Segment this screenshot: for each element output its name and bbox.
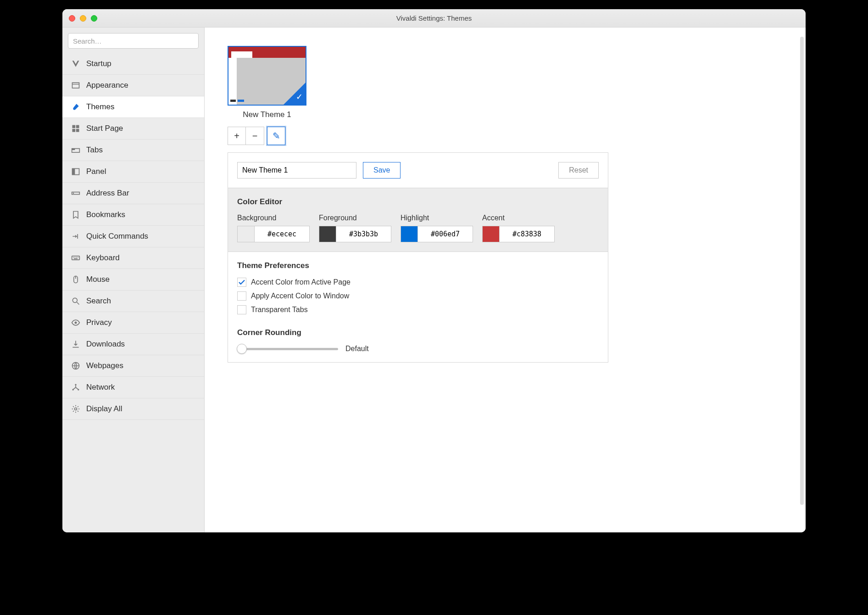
svg-rect-4 [72, 129, 76, 132]
sidebar-item-label: Themes [86, 102, 114, 112]
sidebar-item-startup[interactable]: Startup [62, 53, 204, 75]
tabs-icon [71, 145, 81, 155]
vivaldi-icon [71, 59, 81, 69]
sidebar-item-downloads[interactable]: Downloads [62, 334, 204, 355]
svg-rect-5 [76, 129, 79, 132]
sidebar-item-tabs[interactable]: Tabs [62, 140, 204, 161]
theme-thumbnail-wrap: ✓ New Theme 1 [228, 46, 306, 119]
pref-accent-from-page[interactable]: Accent Color from Active Page [237, 278, 599, 287]
pref-label: Transparent Tabs [251, 306, 308, 314]
sidebar-item-label: Startup [86, 59, 111, 68]
svg-rect-13 [72, 256, 80, 260]
save-button[interactable]: Save [363, 162, 401, 179]
sidebar-item-keyboard[interactable]: Keyboard [62, 247, 204, 269]
sidebar-item-label: Mouse [86, 275, 110, 284]
mouse-icon [71, 274, 81, 285]
sidebar: StartupAppearanceThemesStart PageTabsPan… [62, 28, 205, 532]
color-editor-title: Color Editor [237, 197, 599, 207]
sidebar-item-label: Search [86, 296, 111, 306]
color-label: Background [237, 214, 310, 222]
brush-icon [71, 102, 81, 112]
rounding-slider[interactable] [237, 348, 338, 350]
rounding-value-label: Default [345, 345, 369, 353]
svg-rect-9 [72, 168, 75, 174]
sidebar-item-themes[interactable]: Themes [62, 96, 204, 118]
sidebar-item-mouse[interactable]: Mouse [62, 269, 204, 291]
sidebar-item-bookmarks[interactable]: Bookmarks [62, 204, 204, 226]
quick-icon [71, 231, 81, 241]
minimize-window-button[interactable] [80, 15, 86, 22]
close-window-button[interactable] [69, 15, 75, 22]
svg-point-21 [72, 298, 77, 302]
edit-theme-button[interactable]: ✎ [267, 127, 285, 145]
color-field-foreground: Foreground [319, 214, 391, 242]
hex-highlight[interactable] [418, 226, 473, 242]
swatch-highlight[interactable] [401, 226, 418, 242]
pref-apply-to-window[interactable]: Apply Accent Color to Window [237, 291, 599, 301]
rounding-title: Corner Rounding [237, 328, 599, 337]
bookmark-icon [71, 210, 81, 220]
pencil-icon: ✎ [273, 130, 280, 141]
window-title: Vivaldi Settings: Themes [62, 14, 806, 22]
checkbox-icon [237, 305, 246, 314]
scrollbar[interactable] [800, 37, 804, 505]
plus-icon: + [234, 131, 239, 141]
panel-icon [71, 167, 81, 177]
checkbox-icon [237, 278, 246, 287]
sidebar-item-appearance[interactable]: Appearance [62, 75, 204, 96]
sidebar-item-webpages[interactable]: Webpages [62, 355, 204, 377]
pref-transparent-tabs[interactable]: Transparent Tabs [237, 305, 599, 314]
grid-icon [71, 123, 81, 134]
svg-rect-2 [72, 125, 76, 129]
hex-background[interactable] [255, 226, 310, 242]
network-icon [71, 382, 81, 392]
settings-window: Vivaldi Settings: Themes StartupAppearan… [62, 9, 806, 532]
sidebar-item-label: Privacy [86, 318, 112, 327]
traffic-lights [69, 15, 97, 22]
sidebar-item-label: Appearance [86, 81, 128, 90]
sidebar-item-panel[interactable]: Panel [62, 161, 204, 183]
sidebar-item-start-page[interactable]: Start Page [62, 118, 204, 140]
swatch-foreground[interactable] [319, 226, 336, 242]
add-theme-button[interactable]: + [228, 127, 246, 145]
remove-theme-button[interactable]: − [246, 127, 264, 145]
color-field-background: Background [237, 214, 310, 242]
pref-label: Apply Accent Color to Window [251, 292, 349, 300]
zoom-window-button[interactable] [91, 15, 97, 22]
main-content: ✓ New Theme 1 + − ✎ Save Reset Color Edi… [205, 28, 806, 532]
sidebar-item-network[interactable]: Network [62, 377, 204, 398]
color-label: Accent [482, 214, 555, 222]
address-icon [71, 188, 81, 198]
sidebar-item-search[interactable]: Search [62, 291, 204, 312]
titlebar: Vivaldi Settings: Themes [62, 9, 806, 28]
search-icon [71, 296, 81, 306]
sidebar-item-address-bar[interactable]: Address Bar [62, 183, 204, 204]
download-icon [71, 339, 81, 349]
svg-point-23 [75, 322, 77, 324]
sidebar-item-quick-commands[interactable]: Quick Commands [62, 226, 204, 247]
hex-foreground[interactable] [336, 226, 391, 242]
sidebar-item-privacy[interactable]: Privacy [62, 312, 204, 334]
sidebar-item-label: Network [86, 383, 115, 392]
theme-name-label: New Theme 1 [243, 110, 291, 119]
swatch-accent[interactable] [482, 226, 500, 242]
corner-rounding-section: Corner Rounding Default [237, 328, 599, 353]
color-label: Foreground [319, 214, 391, 222]
theme-thumbnail[interactable]: ✓ [228, 46, 306, 106]
gear-icon [71, 404, 81, 414]
pref-label: Accent Color from Active Page [251, 278, 351, 286]
reset-button[interactable]: Reset [558, 162, 599, 179]
sidebar-item-label: Display All [86, 404, 122, 414]
theme-name-input[interactable] [237, 162, 356, 179]
minus-icon: − [252, 131, 258, 141]
sidebar-item-label: Tabs [86, 145, 103, 155]
sidebar-item-display-all[interactable]: Display All [62, 398, 204, 420]
globe-icon [71, 361, 81, 371]
swatch-background[interactable] [237, 226, 255, 242]
checkbox-icon [237, 291, 246, 301]
svg-line-22 [77, 302, 79, 305]
slider-thumb[interactable] [237, 344, 247, 354]
theme-toolbar: + − ✎ [228, 127, 783, 145]
hex-accent[interactable] [500, 226, 555, 242]
search-input[interactable] [68, 33, 199, 49]
